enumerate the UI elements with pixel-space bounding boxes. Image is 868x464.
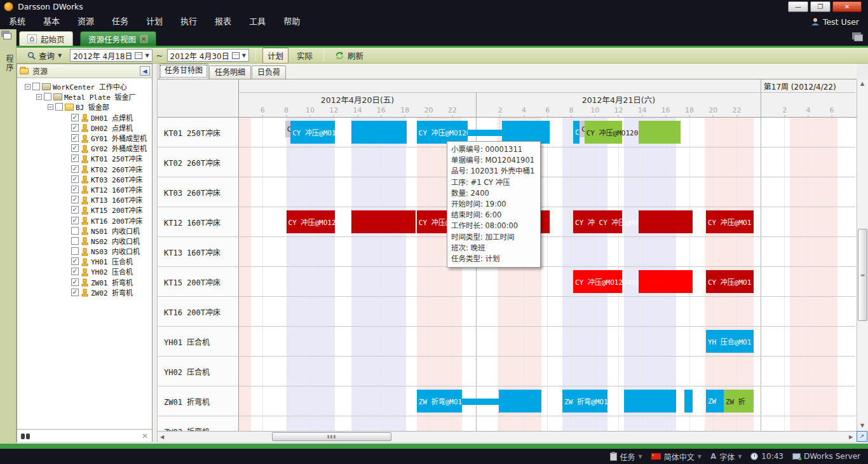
tree-checkbox[interactable]: [71, 154, 79, 162]
tab-resource-task-view[interactable]: 资源任务视图✕: [80, 31, 156, 46]
gantt-task-bar[interactable]: [502, 121, 550, 144]
gantt-task-bar[interactable]: ZW 折弯@MO12041901: [417, 390, 462, 413]
tree-item-ns01[interactable]: NS01 内收口机: [17, 226, 152, 236]
gantt-task-bar[interactable]: [624, 390, 676, 413]
status-flag[interactable]: 简体中文▼: [651, 451, 702, 462]
menu-item-0[interactable]: 系统: [0, 14, 34, 29]
tree-item-kt03[interactable]: KT03 260T冲床: [17, 174, 152, 184]
gantt-task-bar[interactable]: [351, 210, 416, 233]
tree-item-yh02[interactable]: YH02 压合机: [17, 266, 152, 276]
gantt-task-bar[interactable]: CY 冲 CY 冲压@MO12041904: [573, 210, 621, 233]
tree-expander-icon[interactable]: −: [25, 84, 31, 90]
gantt-task-bar[interactable]: [639, 121, 681, 144]
plan-toggle-button[interactable]: 计划: [262, 48, 288, 64]
menu-item-3[interactable]: 任务: [103, 14, 137, 29]
query-button[interactable]: 查询 ▼: [23, 48, 66, 63]
hscroll-thumb[interactable]: ▮▮▮: [272, 432, 391, 441]
gantt-tab-1[interactable]: 任务明细: [209, 65, 251, 79]
minimize-button[interactable]: —: [788, 1, 808, 12]
scroll-right-icon[interactable]: ▶: [849, 434, 853, 440]
tree-item-kt16[interactable]: KT16 200T冲床: [17, 215, 152, 225]
tree-item-workcenter[interactable]: −WorkCenter 工作中心: [17, 81, 152, 92]
tree-checkbox[interactable]: [71, 144, 79, 152]
restore-button[interactable]: ❐: [810, 1, 831, 12]
tree-checkbox[interactable]: [71, 175, 79, 183]
status-clipboard[interactable]: 任务▼: [610, 451, 642, 462]
close-tab-icon[interactable]: ✕: [140, 35, 148, 43]
refresh-button[interactable]: 刷新: [330, 48, 368, 63]
gantt-task-bar[interactable]: CY 冲压@MO12041901: [417, 121, 468, 144]
scroll-up-icon[interactable]: ▲: [860, 81, 864, 86]
tree-checkbox[interactable]: [71, 217, 79, 224]
gantt-task-bar[interactable]: YH 压合@MO1: [706, 330, 754, 353]
menu-item-2[interactable]: 资源: [69, 14, 103, 29]
tree-checkbox[interactable]: [32, 83, 40, 90]
program-side-strip[interactable]: 程序: [0, 29, 17, 444]
gantt-chart[interactable]: 小票编号: 00001311单据编号: MO12041901品号: 102031…: [239, 118, 855, 431]
scroll-left-icon[interactable]: ◀: [160, 434, 164, 440]
tree-checkbox[interactable]: [71, 124, 79, 132]
tree-item-kt15[interactable]: KT15 200T冲床: [17, 205, 152, 215]
gantt-task-bar[interactable]: [684, 390, 693, 413]
tree-expander-icon[interactable]: −: [48, 104, 53, 110]
date-from-field[interactable]: 2012年 4月18日 ▼: [70, 49, 152, 62]
gantt-task-bar[interactable]: [639, 270, 693, 293]
gantt-task-bar[interactable]: ZW: [706, 390, 724, 413]
tree-item-gy02[interactable]: GY02 外桶成型机: [17, 143, 152, 153]
gantt-task-bar[interactable]: [462, 399, 499, 405]
status-font[interactable]: A字体▼: [710, 451, 742, 462]
menu-item-8[interactable]: 帮助: [275, 14, 309, 29]
gantt-task-bar[interactable]: C: [573, 121, 580, 144]
tree-checkbox[interactable]: [71, 278, 79, 286]
tree-item-yh01[interactable]: YH01 压合机: [17, 256, 152, 266]
tree-item-kt01[interactable]: KT01 250T冲床: [17, 153, 152, 163]
tree-checkbox[interactable]: [71, 237, 79, 245]
date-to-field[interactable]: 2012年 4月30日 ▼: [167, 49, 249, 62]
tree-checkbox[interactable]: [71, 186, 79, 193]
tree-item-ns02[interactable]: NS02 内收口机: [17, 236, 152, 246]
vertical-scrollbar[interactable]: ▲ ▬ ▼: [857, 79, 868, 431]
tree-checkbox[interactable]: [71, 206, 79, 214]
tree-item-gy01[interactable]: GY01 外桶成型机: [17, 133, 152, 143]
tree-item-metal[interactable]: −Metal Plate 钣金厂: [17, 92, 152, 102]
tree-checkbox[interactable]: [71, 247, 79, 255]
gantt-task-bar[interactable]: [499, 390, 541, 413]
tree-item-bj[interactable]: −BJ 钣金部: [17, 102, 152, 112]
collapse-panel-button[interactable]: ◀: [140, 66, 150, 76]
tab-home[interactable]: ⌂起始页: [19, 31, 73, 46]
gantt-task-bar[interactable]: CY 冲压@MO1: [706, 210, 754, 233]
tree-checkbox[interactable]: [71, 227, 79, 235]
gantt-tab-0[interactable]: 任务甘特图: [159, 64, 208, 79]
tree-item-dh02[interactable]: DH02 点焊机: [17, 123, 152, 133]
gantt-task-bar[interactable]: ZW 折: [724, 390, 754, 413]
setup-marker[interactable]: C: [285, 121, 290, 137]
window-list-icon[interactable]: [854, 34, 863, 41]
status-clock[interactable]: 10:43: [750, 452, 783, 461]
gantt-task-bar[interactable]: CY 冲压@MO12041903: [573, 270, 621, 293]
tree-item-zw01[interactable]: ZW01 折弯机: [17, 277, 152, 287]
tree-item-kt13[interactable]: KT13 160T冲床: [17, 194, 152, 205]
gantt-task-bar[interactable]: CY 冲压@MO1: [706, 270, 754, 293]
tree-checkbox[interactable]: [71, 134, 79, 142]
gantt-task-bar[interactable]: CY 冲压@MO12041904: [287, 210, 335, 233]
panel-splitter[interactable]: [153, 64, 158, 444]
tree-item-kt12[interactable]: KT12 160T冲床: [17, 184, 152, 194]
gantt-tab-2[interactable]: 日负荷: [252, 65, 286, 79]
tree-checkbox[interactable]: [71, 268, 79, 275]
vscroll-thumb[interactable]: ▬: [858, 229, 867, 321]
tree-checkbox[interactable]: [44, 93, 51, 100]
tree-checkbox[interactable]: [71, 165, 79, 173]
gantt-task-bar[interactable]: ZW 折弯@MO12041901: [562, 390, 607, 413]
scroll-corner-button[interactable]: ↗: [857, 431, 867, 442]
gantt-task-bar[interactable]: [351, 121, 407, 144]
tree-checkbox[interactable]: [71, 196, 79, 203]
tree-checkbox[interactable]: [71, 114, 79, 121]
scroll-down-icon[interactable]: ▼: [860, 423, 864, 428]
tree-item-ns03[interactable]: NS03 内收口机: [17, 246, 152, 256]
chevron-down-icon[interactable]: ▼: [738, 454, 742, 460]
tree-item-zw02[interactable]: ZW02 折弯机: [17, 287, 152, 297]
menu-item-7[interactable]: 工具: [240, 14, 275, 29]
menu-item-6[interactable]: 报表: [206, 14, 240, 29]
menu-item-4[interactable]: 计划: [137, 14, 172, 29]
tree-expander-icon[interactable]: −: [36, 94, 42, 100]
